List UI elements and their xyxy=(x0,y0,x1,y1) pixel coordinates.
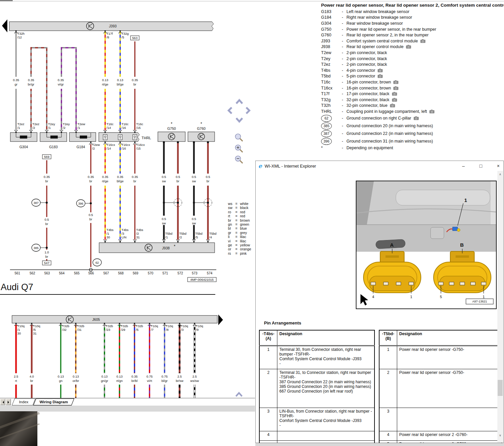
scroll-down-icon[interactable]: ∨ xyxy=(497,433,503,438)
connector-pin-label: T16cx xyxy=(121,143,130,147)
page-arrow-icon[interactable] xyxy=(2,19,7,32)
camera-icon[interactable] xyxy=(420,39,426,43)
collapse-panel-icon[interactable] xyxy=(234,391,244,398)
sensor-connector-yellow xyxy=(457,229,460,232)
connector-pin-label: T17f xyxy=(106,32,113,35)
connector-pin-label: T5bd xyxy=(209,232,217,235)
tab-index-label: Index xyxy=(19,400,28,404)
wire-gauge: 2.5 xyxy=(14,375,18,378)
legend-item-desc: 2-pin connector, black xyxy=(346,62,504,67)
tab-wiring-diagram[interactable]: Wiring Diagram xyxy=(33,399,74,405)
wire-gauge: 0.35 xyxy=(117,175,123,179)
connector-b-label: B xyxy=(460,242,464,248)
connector-pin-label: /5 xyxy=(33,328,36,331)
ground-number: 396 xyxy=(78,202,83,205)
scroll-up-icon[interactable]: ∧ xyxy=(497,172,503,177)
horizontal-scroll-strip[interactable] xyxy=(0,405,255,412)
track-number: 564 xyxy=(59,271,65,275)
wire-color: rt/ge xyxy=(102,82,108,86)
minimize-button[interactable]: – xyxy=(461,163,467,169)
legend-item-desc: Comfort system central control module xyxy=(346,39,504,43)
legend-item-J938: J938-Rear lid opener control module xyxy=(321,44,504,50)
maximize-button[interactable]: □ xyxy=(478,163,484,169)
camera-icon[interactable] xyxy=(392,98,397,102)
connector-pin-label: T2ew xyxy=(77,122,85,126)
connector-pin-label: T32g xyxy=(121,32,129,35)
legend-item-desc: Rear lid opener control module xyxy=(346,44,504,49)
pin-table-row: 1Power rear lid opener sensor -G750- xyxy=(379,346,502,369)
wire-gauge: 0.35 xyxy=(28,78,34,82)
wire-color: br xyxy=(45,222,48,226)
pin-number-cell: 2 xyxy=(259,369,277,408)
wire-color: br/gr xyxy=(28,82,34,86)
connector-pin-label: T10q xyxy=(17,324,25,328)
pin-table-row: 2Terminal 31, to Connector station, righ… xyxy=(259,369,374,408)
pan-down-icon[interactable] xyxy=(236,118,242,122)
camera-icon[interactable] xyxy=(406,45,411,49)
wire-color: ws/sw xyxy=(190,379,199,383)
connector-pin-label: /12 xyxy=(17,35,22,39)
legend-item-T5bd: T5bd-5-pin connector xyxy=(321,73,504,79)
connector-pin-label: T10q xyxy=(196,324,203,328)
connector-pin-label: /3 xyxy=(121,232,124,235)
camera-icon[interactable] xyxy=(377,68,383,72)
track-number: 573 xyxy=(192,271,198,275)
zoom-out-icon[interactable] xyxy=(235,156,243,163)
legend-item-T2ew: T2ew-2-pin connector, black xyxy=(321,50,504,56)
zoom-tool-icon[interactable] xyxy=(235,134,243,141)
sensor-connector-blue xyxy=(453,227,458,231)
camera-icon[interactable] xyxy=(393,80,399,84)
wire-gauge: 0.35 xyxy=(13,78,19,82)
equipment-star: * xyxy=(200,121,202,126)
connector-pin-label: /2 xyxy=(32,126,35,130)
ref-code: 563 xyxy=(132,36,138,40)
ref-code: 569 xyxy=(44,155,49,159)
camera-icon[interactable] xyxy=(429,109,435,114)
legend-item-G750: G750-Power rear lid opener sensor, in th… xyxy=(321,26,504,32)
connector-a-label: A xyxy=(390,242,394,248)
connector-pin-label: T10q xyxy=(181,324,188,328)
connector-pin-label: /1 xyxy=(165,235,168,239)
camera-icon[interactable] xyxy=(377,74,383,78)
zoom-in-icon[interactable] xyxy=(235,145,243,152)
connector-pin-label: 31 xyxy=(136,235,140,239)
ground-circle: 387 xyxy=(321,130,332,137)
pin-number-cell: 4 xyxy=(259,431,277,440)
legend-item-desc: Left rear window breakage sensor xyxy=(346,9,504,14)
connector-pin-label: /4 xyxy=(209,235,212,239)
pan-up-icon[interactable] xyxy=(236,100,242,103)
wires-layer xyxy=(16,32,208,398)
wire-color: rt/gn xyxy=(116,379,122,383)
connector-pin-label: T4bs xyxy=(121,228,129,232)
connector-pin-label: T32b xyxy=(136,324,143,328)
ie-titlebar[interactable]: e WI-XML - Internet Explorer – □ × xyxy=(256,161,503,171)
component-legend: G183-Left rear window breakage sensorG18… xyxy=(321,9,504,151)
designation-header: Designation xyxy=(397,330,502,346)
camera-icon[interactable] xyxy=(390,103,395,107)
camera-icon[interactable] xyxy=(414,116,419,120)
pan-left-icon[interactable] xyxy=(229,107,232,114)
figure-ref-code: A97-13621 xyxy=(472,300,487,303)
t4bs-pin-table: -T4bs- (A) Designation 1Terminal 30, fro… xyxy=(259,330,375,446)
background-strip xyxy=(255,443,504,446)
wire-gauge: 0.13 xyxy=(73,375,79,378)
vertical-scrollbar[interactable]: ∧ ∨ xyxy=(497,171,503,443)
ground-number: 62 xyxy=(95,261,99,264)
camera-icon[interactable] xyxy=(392,92,397,96)
sheet-tabs: Index Wiring Diagram xyxy=(11,398,85,406)
designation-cell: Power rear lid opener sensor 2 -G760- xyxy=(397,431,502,440)
pin-number-cell: 2 xyxy=(379,369,397,408)
photo-thumbnail[interactable] xyxy=(0,411,37,446)
connector-pin-label: /15 xyxy=(136,147,141,150)
pan-right-icon[interactable] xyxy=(246,107,249,114)
equipment-star: * xyxy=(174,244,175,249)
close-button[interactable]: × xyxy=(495,163,501,169)
tab-index[interactable]: Index xyxy=(12,399,35,405)
page-arrow-icon[interactable] xyxy=(218,314,223,325)
connector-pin-label: T32b xyxy=(77,324,84,328)
scrollbar-thumb[interactable] xyxy=(498,380,503,396)
tab-scroll-left-button[interactable] xyxy=(0,399,5,405)
tab-scroll-right-button[interactable] xyxy=(6,399,11,405)
camera-icon[interactable] xyxy=(393,86,399,90)
connector-pin-label: T4bs xyxy=(136,228,143,232)
